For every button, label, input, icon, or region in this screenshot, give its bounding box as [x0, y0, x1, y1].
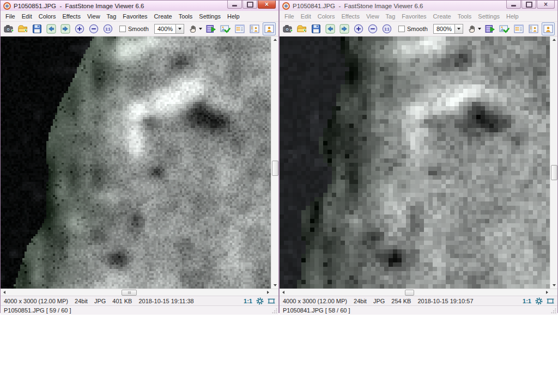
smooth-checkbox[interactable] — [119, 26, 126, 32]
camera-acquire-icon — [282, 23, 293, 34]
zoom-out-button[interactable] — [88, 22, 100, 35]
acquire-button[interactable] — [282, 22, 294, 35]
menu-item-settings[interactable]: Settings — [475, 12, 503, 21]
menu-item-file[interactable]: File — [2, 12, 19, 21]
horizontal-scroll-thumb[interactable] — [405, 290, 414, 296]
menu-item-view[interactable]: View — [84, 12, 104, 21]
actual-size-button[interactable] — [102, 22, 114, 35]
minimize-button[interactable] — [227, 1, 242, 9]
menu-item-tools[interactable]: Tools — [175, 12, 196, 21]
scroll-right-button[interactable] — [264, 289, 271, 296]
close-button[interactable]: × — [537, 1, 555, 9]
next-image-button[interactable] — [338, 22, 350, 35]
menu-item-favorites[interactable]: Favorites — [398, 12, 429, 21]
horizontal-scrollbar[interactable] — [280, 289, 557, 296]
zoom-value[interactable]: 800% — [433, 24, 455, 34]
scroll-left-button[interactable] — [1, 289, 8, 296]
scroll-right-button[interactable] — [543, 289, 550, 296]
zoom-out-button[interactable] — [367, 22, 379, 35]
fit-window-icon[interactable] — [268, 297, 275, 305]
title-bar[interactable]: P1050851.JPG - FastStone Image Viewer 6.… — [1, 1, 278, 11]
image-view-button[interactable] — [542, 22, 555, 35]
slideshow-button[interactable] — [205, 22, 217, 35]
previous-arrow-icon — [325, 23, 336, 34]
menu-item-settings[interactable]: Settings — [196, 12, 224, 21]
hand-tool-button[interactable] — [466, 22, 482, 35]
image-view-button[interactable] — [263, 22, 276, 35]
image-compare-button[interactable] — [498, 22, 510, 35]
vertical-scroll-thumb[interactable] — [551, 165, 557, 180]
horizontal-scrollbar[interactable] — [1, 289, 278, 296]
menu-item-file[interactable]: File — [281, 12, 298, 21]
zoom-combobox[interactable]: 400% — [154, 24, 184, 34]
title-bar[interactable]: P1050841.JPG - FastStone Image Viewer 6.… — [280, 1, 557, 11]
hand-tool-icon — [188, 24, 198, 34]
scroll-left-button[interactable] — [280, 289, 287, 296]
zoom-combobox[interactable]: 800% — [433, 24, 463, 34]
zoom-in-icon — [353, 23, 364, 34]
slideshow-button[interactable] — [484, 22, 496, 35]
browser-view-button[interactable] — [512, 22, 525, 35]
menu-item-create[interactable]: Create — [430, 12, 454, 21]
gear-icon[interactable] — [535, 297, 543, 305]
window-title: P1050841.JPG - FastStone Image Viewer 6.… — [293, 3, 423, 9]
menu-item-edit[interactable]: Edit — [19, 12, 35, 21]
menu-item-effects[interactable]: Effects — [59, 12, 84, 21]
previous-image-button[interactable] — [45, 22, 57, 35]
previous-image-button[interactable] — [324, 22, 336, 35]
vertical-scrollbar[interactable] — [271, 36, 278, 289]
scroll-down-button[interactable] — [271, 282, 278, 289]
hand-tool-button[interactable] — [187, 22, 203, 35]
actual-size-icon — [102, 23, 113, 34]
next-image-button[interactable] — [59, 22, 71, 35]
zoom-value[interactable]: 400% — [154, 24, 176, 34]
menu-item-colors[interactable]: Colors — [314, 12, 338, 21]
maximize-button[interactable] — [242, 1, 257, 9]
zoom-in-button[interactable] — [74, 22, 86, 35]
menu-item-help[interactable]: Help — [224, 12, 243, 21]
minimize-button[interactable] — [506, 1, 521, 9]
browser-view-button[interactable] — [233, 22, 246, 35]
menu-item-create[interactable]: Create — [151, 12, 175, 21]
save-button[interactable] — [310, 22, 322, 35]
menu-item-help[interactable]: Help — [503, 12, 522, 21]
fit-window-icon[interactable] — [547, 297, 554, 305]
moon-photo-left[interactable] — [1, 36, 271, 289]
image-compare-button[interactable] — [219, 22, 231, 35]
zoom-dropdown-button[interactable] — [455, 24, 463, 34]
zoom-dropdown-button[interactable] — [176, 24, 184, 34]
zoom-in-button[interactable] — [353, 22, 365, 35]
menu-item-effects[interactable]: Effects — [338, 12, 363, 21]
zoom-out-icon — [88, 23, 99, 34]
maximize-button[interactable] — [521, 1, 536, 9]
resize-grip[interactable] — [551, 308, 556, 314]
image-viewport — [1, 36, 278, 289]
acquire-button[interactable] — [3, 22, 15, 35]
save-button[interactable] — [31, 22, 43, 35]
menu-item-tools[interactable]: Tools — [454, 12, 475, 21]
menu-item-tag[interactable]: Tag — [383, 12, 399, 21]
smooth-checkbox[interactable] — [398, 26, 405, 32]
menu-item-edit[interactable]: Edit — [298, 12, 314, 21]
vertical-scrollbar[interactable] — [550, 36, 557, 289]
thumbnail-view-button[interactable] — [527, 22, 540, 35]
menu-item-view[interactable]: View — [363, 12, 383, 21]
open-file-button[interactable] — [296, 22, 308, 35]
thumbnail-view-button[interactable] — [248, 22, 261, 35]
moon-photo-right[interactable] — [280, 36, 550, 289]
vertical-scroll-thumb[interactable] — [272, 161, 278, 176]
scroll-up-button[interactable] — [271, 36, 278, 43]
actual-size-button[interactable] — [381, 22, 393, 35]
gear-icon[interactable] — [256, 297, 264, 305]
open-file-button[interactable] — [17, 22, 29, 35]
close-button[interactable]: × — [258, 1, 276, 9]
scroll-down-button[interactable] — [550, 282, 557, 289]
menu-item-favorites[interactable]: Favorites — [119, 12, 150, 21]
scroll-up-button[interactable] — [550, 36, 557, 43]
horizontal-scroll-thumb[interactable] — [122, 290, 137, 296]
menu-item-colors[interactable]: Colors — [35, 12, 59, 21]
chevron-down-icon — [478, 28, 481, 30]
menu-item-tag[interactable]: Tag — [104, 12, 120, 21]
maximize-icon — [247, 2, 253, 8]
resize-grip[interactable] — [272, 308, 277, 314]
